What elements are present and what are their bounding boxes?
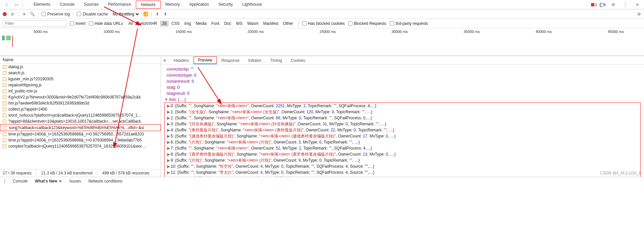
js-file-icon [3,83,6,87]
request-row[interactable]: repalceHttpsImg.js [0,82,161,88]
request-name: search.js [8,71,24,75]
request-row[interactable]: dialog.js [0,64,161,70]
filter-type-media[interactable]: Media [194,21,209,27]
subtab-initiator[interactable]: Initiator [244,57,265,64]
js-file-icon [3,132,6,136]
tab-memory[interactable]: Memory [161,1,184,9]
subtab-headers[interactable]: Headers [170,57,193,64]
drawer-more-icon[interactable]: ⋮ [3,179,7,184]
blocked-requests-checkbox[interactable]: Blocked Requests [348,21,386,26]
third-party-checkbox[interactable]: 3rd-party requests [390,21,428,26]
blocked-cookies-checkbox[interactable]: Has blocked cookies [302,21,345,26]
request-name: time.js?appid=2400&_t=1632536059686&_r=0… [8,132,144,136]
watermark: CSDN @il_持之以恒_li [600,170,641,176]
timeline[interactable]: 5000 ms10000 ms15000 ms20000 ms25000 ms3… [0,28,644,56]
filter-type-img[interactable]: Img [182,21,193,27]
gear-icon[interactable]: ⚙ [610,2,616,7]
close-details-icon[interactable]: ✕ [163,58,166,63]
tab-network[interactable]: Network [136,1,161,9]
name-column-header[interactable]: Name [0,56,161,64]
request-row[interactable]: time.js?appid=2400&_t=1632536059686&_r=0… [0,131,161,137]
js-file-icon [3,77,6,81]
request-row[interactable]: word_nofocus?platform=pc&callback=jQuery… [0,112,161,118]
invert-checkbox[interactable]: Invert [70,21,86,26]
request-row[interactable]: complex?callback=jQuery11240659965387525… [0,143,161,149]
request-name: hm.js?aedee6983d4cfc62f509129360d6bb3d [8,101,89,106]
inspect-icon[interactable]: ⟟ [4,2,9,7]
wifi-icon[interactable]: 📶 [143,12,148,16]
request-row[interactable]: inf_public-min.js [0,88,161,94]
subtab-timing[interactable]: Timing [266,57,286,64]
js-file-icon [3,138,6,142]
subtab-response[interactable]: Response [217,57,244,64]
request-row[interactable]: search.js [0,70,161,76]
filter-type-other[interactable]: Other [281,21,295,27]
filter-input[interactable] [3,20,66,27]
tab-lighthouse[interactable]: Lighthouse [237,1,267,9]
tab-application[interactable]: Application [184,1,214,9]
request-name: KgAckV2.js?timeout=3000&mid=9e2d07fe72ef… [8,95,141,99]
download-icon[interactable]: ⬇ [163,12,168,16]
filter-type-all[interactable]: All [126,21,135,27]
request-name: collect.js?appid=2400 [8,107,47,112]
devtools-main-tabs: ⟟ ▭ ElementsConsoleSourcesPerformanceNet… [0,0,644,9]
js-file-icon [3,71,6,75]
request-row[interactable]: KgAckV2.js?timeout=3000&mid=9e2d07fe72ef… [0,94,161,100]
request-name: inf_public-min.js [8,89,37,93]
record-button[interactable] [3,12,7,16]
warning-badge[interactable]: 💬5 [600,3,606,7]
tab-security[interactable]: Security [214,1,237,9]
drawer-tab-what-s-new[interactable]: What's New✕ [35,179,62,184]
tab-sources[interactable]: Sources [79,1,103,9]
filter-type-wasm[interactable]: Wasm [245,21,261,27]
disable-cache-checkbox[interactable]: Disable cache [77,12,108,16]
request-name: song?callback=callback123&keyword=%E5%88… [9,125,144,130]
js-file-icon [3,95,6,99]
hide-urls-checkbox[interactable]: Hide data URLs [89,21,123,26]
request-row[interactable]: song?callback=callback123&keyword=%E5%88… [0,124,161,131]
js-file-icon [3,89,6,93]
request-row[interactable]: ?appid=88&clientver=10&plats=10016,10017… [0,118,161,124]
more-icon[interactable]: ⋮ [623,2,628,7]
tab-performance[interactable]: Performance [103,1,136,9]
tab-elements[interactable]: Elements [29,1,55,9]
request-name: time.js?appid=2400&_t=1632536059688&_r=0… [8,138,142,143]
preview-json[interactable]: correctiontip: "" correctiontype: 0 issh… [161,65,644,177]
request-row[interactable]: time.js?appid=2400&_t=1632536059688&_r=0… [0,137,161,143]
clear-icon[interactable]: ⊘ [10,12,15,16]
filter-type-manifest[interactable]: Manifest [261,21,280,27]
filter-type-css[interactable]: CSS [169,21,182,27]
error-badge[interactable]: 2 [591,3,597,7]
filter-icon[interactable]: ▾ [22,12,26,16]
close-icon[interactable]: ✕ [635,2,640,7]
search-icon[interactable]: 🔍 [30,12,35,16]
subtab-cookies[interactable]: Cookies [287,57,309,64]
js-file-icon [3,145,6,148]
filter-type-fetchxhr[interactable]: Fetch/XHR [136,21,159,27]
request-row[interactable]: collect.js?appid=2400 [0,106,161,112]
request-list-panel: Name dialog.jssearch.jskguser_min.js?201… [0,56,161,177]
filter-type-ws[interactable]: WS [234,21,245,27]
request-row[interactable]: kguser_min.js?20190305 [0,76,161,82]
device-icon[interactable]: ▭ [13,2,19,7]
preserve-log-checkbox[interactable]: Preserve log [42,12,70,16]
settings-icon[interactable]: ⚙ [637,12,641,16]
filter-type-js[interactable]: JS [160,21,169,27]
divider [22,2,28,7]
drawer-tab-issues[interactable]: Issues [69,179,81,184]
drawer-tab-console[interactable]: Console [13,179,28,184]
drawer-tab-network-conditions[interactable]: Network conditions [89,179,122,184]
throttle-select[interactable]: No throttling [111,11,140,17]
filter-row: Invert Hide data URLs AllFetch/XHRJSCSSI… [0,19,644,28]
tab-console[interactable]: Console [55,1,79,9]
drawer: ⋮ ConsoleWhat's New✕IssuesNetwork condit… [0,177,644,185]
subtab-preview[interactable]: Preview [194,56,217,64]
status-bar: 17 / 38 requests 21.3 kB / 24.3 kB trans… [0,169,161,177]
request-row[interactable]: hm.js?aedee6983d4cfc62f509129360d6bb3d [0,100,161,106]
filter-type-doc[interactable]: Doc [222,21,233,27]
details-panel: ✕ HeadersPreviewResponseInitiatorTimingC… [161,56,644,177]
js-file-icon [3,102,6,105]
filter-type-font[interactable]: Font [209,21,221,27]
network-toolbar: ⊘ ▾ 🔍 Preserve log Disable cache No thro… [0,9,644,19]
upload-icon[interactable]: ⬆ [155,12,160,16]
